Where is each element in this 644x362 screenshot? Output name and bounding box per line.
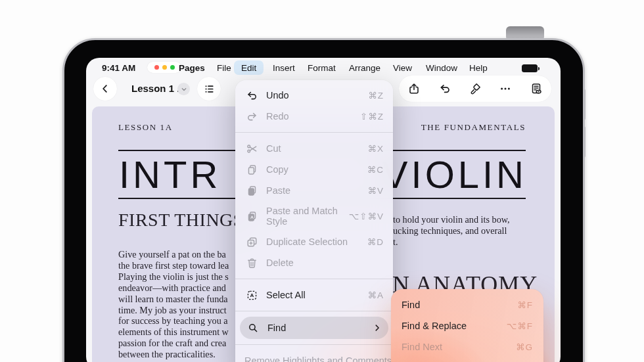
menu-item-select-all[interactable]: A Select All ⌘A bbox=[235, 284, 393, 305]
table-of-contents-button[interactable] bbox=[197, 77, 221, 101]
menu-item-shortcut: ⌘A bbox=[367, 290, 384, 300]
menu-edit[interactable]: Edit bbox=[234, 60, 264, 75]
body-line: ucking techniques, and overall bbox=[393, 225, 510, 237]
menu-item-copy[interactable]: Copy ⌘C bbox=[235, 159, 393, 180]
menu-item-shortcut: ⌘X bbox=[367, 143, 384, 154]
body-line: passion for the craft and crea bbox=[118, 338, 229, 349]
redo-icon bbox=[244, 110, 259, 123]
menu-separator bbox=[235, 311, 393, 311]
submenu-item-find-and-replace[interactable]: Find & Replace ⌥⌘F bbox=[391, 315, 543, 336]
minimize-window-dot[interactable] bbox=[162, 65, 167, 70]
battery-icon bbox=[522, 64, 538, 72]
submenu-item-shortcut: ⌘G bbox=[516, 342, 533, 352]
chevron-left-icon bbox=[99, 83, 111, 95]
submenu-item-shortcut: ⌥⌘F bbox=[507, 321, 533, 331]
copy-icon bbox=[244, 164, 259, 176]
undo-icon bbox=[438, 82, 451, 95]
body-line: Playing the violin is just the s bbox=[118, 271, 229, 283]
menu-item-paste[interactable]: Paste ⌘V bbox=[235, 180, 393, 201]
submenu-item-label: Find bbox=[402, 300, 517, 310]
menu-view[interactable]: View bbox=[393, 63, 412, 73]
menu-item-undo[interactable]: Undo ⌘Z bbox=[235, 85, 393, 106]
menu-item-label: Undo bbox=[266, 90, 361, 101]
submenu-item-find[interactable]: Find ⌘F bbox=[391, 294, 543, 315]
menu-item-label: Redo bbox=[266, 111, 353, 122]
body-line: elements of this instrument w bbox=[118, 327, 229, 338]
menu-item-label: Find bbox=[267, 323, 365, 333]
section-heading-left: FIRST THINGS bbox=[118, 210, 244, 231]
submenu-item-label: Find Next bbox=[402, 342, 516, 352]
menu-separator bbox=[235, 279, 393, 279]
menu-insert[interactable]: Insert bbox=[273, 63, 295, 73]
window-traffic-lights[interactable] bbox=[147, 62, 181, 73]
document-main-title-right: VIOLIN bbox=[382, 155, 527, 194]
submenu-item-shortcut: ⌘F bbox=[517, 300, 533, 310]
document-main-title-left: INTR bbox=[119, 155, 221, 194]
menu-item-shortcut: ⇧⌘Z bbox=[360, 111, 384, 122]
menu-item-shortcut: ⌘V bbox=[367, 185, 384, 196]
view-options-button[interactable] bbox=[526, 79, 546, 99]
chevron-down-icon bbox=[180, 85, 188, 93]
menu-item-label: Paste and Match Style bbox=[266, 206, 342, 227]
search-icon bbox=[246, 322, 260, 334]
submenu-item-find-next[interactable]: Find Next ⌘G bbox=[391, 336, 543, 357]
menu-item-label: Duplicate Selection bbox=[266, 237, 360, 247]
zoom-window-dot[interactable] bbox=[170, 65, 175, 70]
menu-file[interactable]: File bbox=[217, 63, 231, 73]
body-line: the brave first step toward lea bbox=[118, 260, 229, 271]
menu-item-label: Cut bbox=[266, 143, 360, 154]
undo-button[interactable] bbox=[435, 79, 455, 99]
scissors-icon bbox=[244, 143, 259, 155]
body-paragraph-right: to hold your violin and its bow, ucking … bbox=[393, 214, 510, 248]
clock: 9:41 AM bbox=[102, 63, 135, 73]
menu-separator bbox=[235, 344, 393, 345]
lesson-eyebrow: LESSON 1A bbox=[118, 122, 173, 133]
more-button[interactable] bbox=[495, 79, 515, 99]
body-line: time. My job as your instruct bbox=[118, 305, 229, 316]
menu-format[interactable]: Format bbox=[308, 63, 336, 73]
menu-item-paste-and-match-style[interactable]: Paste and Match Style ⌥⇧⌘V bbox=[235, 201, 393, 231]
paintbrush-icon bbox=[469, 82, 482, 95]
document-view-icon bbox=[530, 82, 543, 95]
list-icon bbox=[203, 83, 216, 95]
menu-item-shortcut: ⌘D bbox=[367, 237, 384, 247]
menu-item-shortcut: ⌘C bbox=[367, 164, 384, 175]
menu-item-shortcut: ⌥⇧⌘V bbox=[349, 211, 384, 221]
back-button[interactable] bbox=[93, 77, 117, 101]
menu-item-remove-highlights-and-comments[interactable]: Remove Highlights and Comments bbox=[235, 350, 393, 362]
menu-separator bbox=[235, 132, 393, 133]
document-title-menu-button[interactable] bbox=[177, 83, 190, 95]
chevron-right-icon bbox=[373, 323, 382, 332]
close-window-dot[interactable] bbox=[154, 65, 159, 70]
menu-item-find[interactable]: Find bbox=[240, 317, 388, 339]
menu-window[interactable]: Window bbox=[426, 63, 457, 73]
share-button[interactable] bbox=[404, 79, 424, 99]
body-line: will learn to master the funda bbox=[118, 294, 229, 305]
menu-app-name[interactable]: Pages bbox=[179, 63, 205, 73]
body-paragraph-left: Give yourself a pat on the ba the brave … bbox=[118, 249, 229, 360]
paste-match-style-icon bbox=[244, 210, 259, 223]
menu-item-redo[interactable]: Redo ⇧⌘Z bbox=[235, 106, 393, 127]
menu-item-label: Select All bbox=[266, 290, 360, 300]
menu-arrange[interactable]: Arrange bbox=[349, 63, 380, 73]
menu-item-cut[interactable]: Cut ⌘X bbox=[235, 138, 393, 159]
duplicate-icon bbox=[244, 236, 259, 248]
submenu-item-label: Find & Replace bbox=[402, 321, 507, 331]
menu-item-duplicate-selection[interactable]: Duplicate Selection ⌘D bbox=[235, 231, 393, 252]
body-line: between the practicalities. bbox=[118, 349, 229, 360]
format-brush-button[interactable] bbox=[465, 79, 485, 99]
menu-item-label: Paste bbox=[266, 185, 360, 196]
menu-help[interactable]: Help bbox=[469, 63, 488, 73]
paste-icon bbox=[244, 185, 259, 197]
menu-item-delete[interactable]: Delete bbox=[235, 252, 393, 273]
undo-icon bbox=[244, 89, 259, 102]
toolbar-actions bbox=[399, 76, 551, 102]
svg-text:A: A bbox=[250, 292, 254, 298]
menu-item-label: Delete bbox=[266, 258, 377, 268]
menu-item-label: Copy bbox=[266, 164, 360, 175]
select-all-icon: A bbox=[244, 289, 259, 302]
body-line: t. bbox=[393, 237, 510, 248]
body-line: endeavor—with practice and bbox=[118, 283, 229, 294]
stage: 9:41 AM Pages File Edit Insert Format Ar… bbox=[0, 0, 644, 362]
body-line: Give yourself a pat on the ba bbox=[118, 249, 229, 260]
